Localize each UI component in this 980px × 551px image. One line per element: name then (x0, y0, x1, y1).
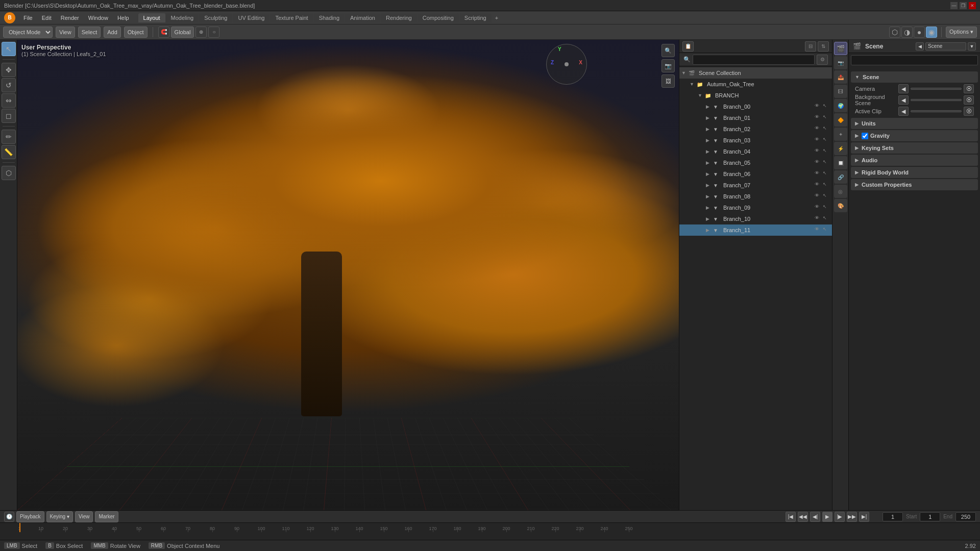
b11-vis-btn[interactable]: 👁 (815, 227, 822, 234)
proportional-editing[interactable]: ○ (208, 27, 219, 38)
viewport-3d[interactable]: User Perspective (1) Scene Collection | … (17, 40, 679, 510)
measure-tool-btn[interactable]: 📏 (2, 145, 16, 159)
prop-world-btn[interactable]: 🌍 (834, 99, 847, 112)
tab-compositing[interactable]: Compositing (418, 13, 459, 22)
outliner-filter-btn[interactable]: ⊟ (805, 41, 816, 52)
options-button[interactable]: Options ▾ (946, 27, 977, 38)
b03-vis-btn[interactable]: 👁 (815, 137, 822, 144)
current-frame-input[interactable] (883, 512, 903, 521)
prop-output-btn[interactable]: 📤 (834, 70, 847, 84)
zoom-in-btn[interactable]: 🔍 (662, 44, 675, 57)
autumn-oak-tree-item[interactable]: ▼ 📁 Autumn_Oak_Tree (679, 79, 832, 90)
b01-sel-btn[interactable]: ↖ (823, 114, 830, 121)
next-keyframe-btn[interactable]: |▶ (835, 512, 845, 522)
prop-modifiers-btn[interactable]: ✦ (834, 128, 847, 141)
b11-sel-btn[interactable]: ↖ (823, 227, 830, 234)
prev-frame-btn[interactable]: ◀◀ (798, 512, 808, 522)
prop-datablock-name[interactable]: Scene (925, 42, 966, 51)
add-menu[interactable]: Add (104, 27, 121, 38)
b08-vis-btn[interactable]: 👁 (815, 193, 822, 200)
b00-sel-btn[interactable]: ↖ (823, 103, 830, 110)
camera-value[interactable] (911, 88, 962, 90)
tab-scripting[interactable]: Scripting (459, 13, 492, 22)
rotate-tool-btn[interactable]: ↺ (2, 78, 16, 92)
move-tool-btn[interactable]: ✥ (2, 63, 16, 77)
menu-file[interactable]: File (19, 13, 37, 22)
b10-sel-btn[interactable]: ↖ (823, 215, 830, 222)
branch-08-item[interactable]: ▶ ▼ Branch_08 👁 ↖ (679, 191, 832, 202)
prop-browse-btn[interactable]: ◀ (916, 42, 924, 51)
prop-object-btn[interactable]: 🔶 (834, 113, 847, 127)
b05-sel-btn[interactable]: ↖ (823, 159, 830, 166)
menu-window[interactable]: Window (84, 13, 112, 22)
bg-scene-select-btn[interactable]: ⦿ (964, 95, 974, 105)
prop-datablock-opts[interactable]: ▼ (968, 42, 976, 51)
prop-render-btn[interactable]: 📷 (834, 56, 847, 69)
prop-scene-btn[interactable]: 🎬 (834, 42, 847, 55)
b09-sel-btn[interactable]: ↖ (823, 204, 830, 211)
tab-animation[interactable]: Animation (345, 13, 380, 22)
custom-props-section-header[interactable]: ▶ Custom Properties (851, 179, 978, 190)
branch-09-item[interactable]: ▶ ▼ Branch_09 👁 ↖ (679, 202, 832, 213)
add-workspace-button[interactable]: + (492, 13, 501, 22)
annotate-tool-btn[interactable]: ✏ (2, 130, 16, 144)
object-menu[interactable]: Object (124, 27, 148, 38)
branch-06-item[interactable]: ▶ ▼ Branch_06 👁 ↖ (679, 168, 832, 180)
b04-sel-btn[interactable]: ↖ (823, 148, 830, 155)
scene-collection-item[interactable]: ▼ 🎬 Scene Collection (679, 67, 832, 79)
branch-02-item[interactable]: ▶ ▼ Branch_02 👁 ↖ (679, 123, 832, 135)
units-section-header[interactable]: ▶ Units (851, 118, 978, 129)
material-preview-btn[interactable]: ● (914, 27, 925, 38)
select-tool-btn[interactable]: ↖ (2, 42, 16, 56)
b07-sel-btn[interactable]: ↖ (823, 182, 830, 189)
tab-rendering[interactable]: Rendering (381, 13, 417, 22)
pivot-btn[interactable]: ⊕ (195, 27, 207, 38)
tab-texture-paint[interactable]: Texture Paint (270, 13, 313, 22)
b04-vis-btn[interactable]: 👁 (815, 148, 822, 155)
menu-help[interactable]: Help (113, 13, 133, 22)
branch-parent-item[interactable]: ▼ 📁 BRANCH (679, 90, 832, 101)
camera-view-btn[interactable]: 📷 (662, 59, 675, 72)
audio-section-header[interactable]: ▶ Audio (851, 155, 978, 166)
object-mode-select[interactable]: Object Mode (3, 27, 53, 38)
b06-sel-btn[interactable]: ↖ (823, 170, 830, 178)
bg-scene-value[interactable] (911, 99, 962, 101)
next-frame-btn[interactable]: ▶▶ (847, 512, 857, 522)
prop-search-input[interactable] (851, 55, 978, 65)
camera-dropdown-btn[interactable]: ◀ (898, 84, 909, 93)
outliner-search-input[interactable] (693, 55, 815, 65)
minimize-button[interactable]: — (950, 2, 958, 9)
b00-vis-btn[interactable]: 👁 (815, 103, 822, 110)
branch-11-item[interactable]: ▶ ▼ Branch_11 👁 ↖ (679, 224, 832, 236)
view-menu[interactable]: View (56, 27, 75, 38)
gravity-section-header[interactable]: ▶ Gravity (851, 130, 978, 141)
b01-vis-btn[interactable]: 👁 (815, 114, 822, 121)
branch-10-item[interactable]: ▶ ▼ Branch_10 👁 ↖ (679, 213, 832, 224)
prop-data-btn[interactable]: ◎ (834, 185, 847, 198)
b10-vis-btn[interactable]: 👁 (815, 215, 822, 222)
outliner-filter-options[interactable]: ⚙ (817, 55, 828, 65)
blender-logo[interactable]: B (4, 12, 15, 23)
branch-05-item[interactable]: ▶ ▼ Branch_05 👁 ↖ (679, 157, 832, 168)
active-clip-dropdown-btn[interactable]: ◀ (898, 107, 909, 116)
transform-space[interactable]: Global (171, 27, 194, 38)
select-menu[interactable]: Select (78, 27, 101, 38)
tab-shading[interactable]: Shading (314, 13, 345, 22)
tl-view-menu[interactable]: View (75, 511, 93, 522)
add-cube-btn[interactable]: ⬡ (2, 166, 16, 180)
tab-modeling[interactable]: Modeling (166, 13, 199, 22)
tab-layout[interactable]: Layout (138, 13, 165, 22)
b05-vis-btn[interactable]: 👁 (815, 159, 822, 166)
prop-particles-btn[interactable]: ⚡ (834, 142, 847, 155)
transform-tool-btn[interactable]: ◻ (2, 109, 16, 123)
outliner-sort-btn[interactable]: ⇅ (818, 41, 829, 52)
branch-07-item[interactable]: ▶ ▼ Branch_07 👁 ↖ (679, 180, 832, 191)
wireframe-shading-btn[interactable]: ⬡ (889, 27, 900, 38)
scale-tool-btn[interactable]: ⇔ (2, 93, 16, 108)
keying-sets-section-header[interactable]: ▶ Keying Sets (851, 142, 978, 154)
playback-menu[interactable]: Playback (16, 511, 44, 522)
active-clip-select-btn[interactable]: ⦿ (964, 107, 974, 116)
rigid-body-section-header[interactable]: ▶ Rigid Body World (851, 167, 978, 178)
timeline-icon-btn[interactable]: 🕐 (4, 512, 14, 522)
tab-uv-editing[interactable]: UV Editing (233, 13, 270, 22)
